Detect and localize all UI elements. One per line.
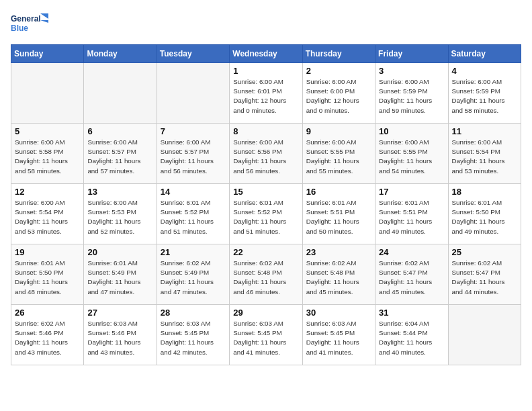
day-number: 17 bbox=[379, 187, 444, 197]
day-number: 28 bbox=[161, 308, 226, 318]
day-number: 13 bbox=[87, 187, 152, 197]
day-info: Sunrise: 6:03 AM Sunset: 5:46 PM Dayligh… bbox=[87, 319, 152, 357]
calendar-day-cell: 12Sunrise: 6:00 AM Sunset: 5:54 PM Dayli… bbox=[11, 184, 84, 244]
calendar-day-cell: 19Sunrise: 6:01 AM Sunset: 5:50 PM Dayli… bbox=[11, 244, 84, 305]
day-info: Sunrise: 6:01 AM Sunset: 5:50 PM Dayligh… bbox=[15, 259, 80, 297]
calendar-day-cell: 13Sunrise: 6:00 AM Sunset: 5:53 PM Dayli… bbox=[84, 184, 157, 244]
day-number: 10 bbox=[379, 126, 444, 136]
day-number: 31 bbox=[379, 308, 444, 318]
svg-marker-3 bbox=[40, 20, 48, 23]
day-info: Sunrise: 6:00 AM Sunset: 5:59 PM Dayligh… bbox=[379, 77, 444, 116]
calendar-day-cell bbox=[448, 305, 521, 365]
day-info: Sunrise: 6:00 AM Sunset: 5:59 PM Dayligh… bbox=[452, 77, 517, 116]
day-info: Sunrise: 6:03 AM Sunset: 5:45 PM Dayligh… bbox=[233, 319, 298, 357]
calendar-day-cell: 15Sunrise: 6:01 AM Sunset: 5:52 PM Dayli… bbox=[230, 184, 302, 244]
day-info: Sunrise: 6:02 AM Sunset: 5:49 PM Dayligh… bbox=[161, 259, 226, 297]
day-number: 12 bbox=[15, 187, 80, 197]
calendar-day-cell: 2Sunrise: 6:00 AM Sunset: 6:00 PM Daylig… bbox=[302, 63, 375, 124]
day-number: 4 bbox=[452, 66, 517, 76]
calendar-day-cell: 29Sunrise: 6:03 AM Sunset: 5:45 PM Dayli… bbox=[230, 305, 302, 365]
day-info: Sunrise: 6:02 AM Sunset: 5:46 PM Dayligh… bbox=[15, 319, 80, 357]
day-number: 29 bbox=[233, 308, 298, 318]
day-info: Sunrise: 6:01 AM Sunset: 5:51 PM Dayligh… bbox=[379, 198, 444, 236]
day-info: Sunrise: 6:00 AM Sunset: 5:57 PM Dayligh… bbox=[87, 138, 152, 176]
day-number: 26 bbox=[15, 308, 80, 318]
day-info: Sunrise: 6:02 AM Sunset: 5:47 PM Dayligh… bbox=[379, 259, 444, 297]
day-info: Sunrise: 6:03 AM Sunset: 5:45 PM Dayligh… bbox=[161, 319, 226, 357]
day-number: 21 bbox=[161, 247, 226, 257]
day-number: 2 bbox=[306, 66, 371, 76]
calendar-day-cell: 9Sunrise: 6:00 AM Sunset: 5:55 PM Daylig… bbox=[302, 124, 375, 184]
calendar-day-cell bbox=[11, 63, 84, 124]
calendar-day-cell: 28Sunrise: 6:03 AM Sunset: 5:45 PM Dayli… bbox=[157, 305, 229, 365]
calendar-day-cell: 1Sunrise: 6:00 AM Sunset: 6:01 PM Daylig… bbox=[230, 63, 302, 124]
day-number: 24 bbox=[379, 247, 444, 257]
calendar-day-cell: 16Sunrise: 6:01 AM Sunset: 5:51 PM Dayli… bbox=[302, 184, 375, 244]
day-info: Sunrise: 6:00 AM Sunset: 5:56 PM Dayligh… bbox=[233, 138, 298, 176]
day-number: 19 bbox=[15, 247, 80, 257]
calendar-day-cell: 26Sunrise: 6:02 AM Sunset: 5:46 PM Dayli… bbox=[11, 305, 84, 365]
calendar-day-cell: 6Sunrise: 6:00 AM Sunset: 5:57 PM Daylig… bbox=[84, 124, 157, 184]
calendar-day-cell: 20Sunrise: 6:01 AM Sunset: 5:49 PM Dayli… bbox=[84, 244, 157, 305]
day-number: 7 bbox=[161, 126, 226, 136]
day-info: Sunrise: 6:00 AM Sunset: 5:58 PM Dayligh… bbox=[15, 138, 80, 176]
calendar-day-cell: 7Sunrise: 6:00 AM Sunset: 5:57 PM Daylig… bbox=[157, 124, 229, 184]
weekday-header: Thursday bbox=[302, 45, 375, 63]
calendar-day-cell bbox=[157, 63, 229, 124]
day-number: 14 bbox=[161, 187, 226, 197]
weekday-header: Friday bbox=[375, 45, 448, 63]
calendar-day-cell bbox=[84, 63, 157, 124]
calendar-day-cell: 10Sunrise: 6:00 AM Sunset: 5:55 PM Dayli… bbox=[375, 124, 448, 184]
day-number: 8 bbox=[233, 126, 298, 136]
calendar-day-cell: 25Sunrise: 6:02 AM Sunset: 5:47 PM Dayli… bbox=[448, 244, 521, 305]
calendar-day-cell: 4Sunrise: 6:00 AM Sunset: 5:59 PM Daylig… bbox=[448, 63, 521, 124]
calendar-day-cell: 8Sunrise: 6:00 AM Sunset: 5:56 PM Daylig… bbox=[230, 124, 302, 184]
calendar-day-cell: 21Sunrise: 6:02 AM Sunset: 5:49 PM Dayli… bbox=[157, 244, 229, 305]
calendar-day-cell: 17Sunrise: 6:01 AM Sunset: 5:51 PM Dayli… bbox=[375, 184, 448, 244]
day-info: Sunrise: 6:00 AM Sunset: 5:54 PM Dayligh… bbox=[15, 198, 80, 236]
calendar-day-cell: 11Sunrise: 6:00 AM Sunset: 5:54 PM Dayli… bbox=[448, 124, 521, 184]
day-info: Sunrise: 6:00 AM Sunset: 5:53 PM Dayligh… bbox=[87, 198, 152, 236]
day-info: Sunrise: 6:02 AM Sunset: 5:48 PM Dayligh… bbox=[306, 259, 371, 297]
day-number: 9 bbox=[306, 126, 371, 136]
day-info: Sunrise: 6:00 AM Sunset: 6:00 PM Dayligh… bbox=[306, 77, 371, 116]
svg-text:Blue: Blue bbox=[11, 24, 28, 33]
day-number: 25 bbox=[452, 247, 517, 257]
weekday-header: Wednesday bbox=[230, 45, 302, 63]
weekday-header: Tuesday bbox=[157, 45, 229, 63]
day-info: Sunrise: 6:03 AM Sunset: 5:45 PM Dayligh… bbox=[306, 319, 371, 357]
calendar-day-cell: 31Sunrise: 6:04 AM Sunset: 5:44 PM Dayli… bbox=[375, 305, 448, 365]
day-info: Sunrise: 6:00 AM Sunset: 5:55 PM Dayligh… bbox=[379, 138, 444, 176]
calendar-week-row: 12Sunrise: 6:00 AM Sunset: 5:54 PM Dayli… bbox=[11, 184, 521, 244]
calendar-day-cell: 27Sunrise: 6:03 AM Sunset: 5:46 PM Dayli… bbox=[84, 305, 157, 365]
calendar-day-cell: 24Sunrise: 6:02 AM Sunset: 5:47 PM Dayli… bbox=[375, 244, 448, 305]
calendar-day-cell: 18Sunrise: 6:01 AM Sunset: 5:50 PM Dayli… bbox=[448, 184, 521, 244]
calendar-week-row: 19Sunrise: 6:01 AM Sunset: 5:50 PM Dayli… bbox=[11, 244, 521, 305]
svg-marker-2 bbox=[40, 13, 48, 19]
calendar-day-cell: 5Sunrise: 6:00 AM Sunset: 5:58 PM Daylig… bbox=[11, 124, 84, 184]
day-info: Sunrise: 6:02 AM Sunset: 5:47 PM Dayligh… bbox=[452, 259, 517, 297]
day-number: 18 bbox=[452, 187, 517, 197]
day-info: Sunrise: 6:00 AM Sunset: 5:54 PM Dayligh… bbox=[452, 138, 517, 176]
day-number: 20 bbox=[87, 247, 152, 257]
day-info: Sunrise: 6:01 AM Sunset: 5:52 PM Dayligh… bbox=[233, 198, 298, 236]
calendar-header-row: SundayMondayTuesdayWednesdayThursdayFrid… bbox=[11, 45, 521, 63]
day-number: 5 bbox=[15, 126, 80, 136]
day-info: Sunrise: 6:00 AM Sunset: 6:01 PM Dayligh… bbox=[233, 77, 298, 116]
svg-text:General: General bbox=[11, 14, 41, 24]
day-info: Sunrise: 6:01 AM Sunset: 5:49 PM Dayligh… bbox=[87, 259, 152, 297]
day-number: 23 bbox=[306, 247, 371, 257]
day-number: 22 bbox=[233, 247, 298, 257]
calendar-week-row: 5Sunrise: 6:00 AM Sunset: 5:58 PM Daylig… bbox=[11, 124, 521, 184]
calendar-table: SundayMondayTuesdayWednesdayThursdayFrid… bbox=[11, 44, 521, 365]
day-info: Sunrise: 6:01 AM Sunset: 5:50 PM Dayligh… bbox=[452, 198, 517, 236]
calendar-day-cell: 14Sunrise: 6:01 AM Sunset: 5:52 PM Dayli… bbox=[157, 184, 229, 244]
day-info: Sunrise: 6:01 AM Sunset: 5:51 PM Dayligh… bbox=[306, 198, 371, 236]
calendar-day-cell: 3Sunrise: 6:00 AM Sunset: 5:59 PM Daylig… bbox=[375, 63, 448, 124]
day-number: 6 bbox=[87, 126, 152, 136]
day-number: 3 bbox=[379, 66, 444, 76]
day-info: Sunrise: 6:00 AM Sunset: 5:55 PM Dayligh… bbox=[306, 138, 371, 176]
calendar-day-cell: 23Sunrise: 6:02 AM Sunset: 5:48 PM Dayli… bbox=[302, 244, 375, 305]
day-number: 15 bbox=[233, 187, 298, 197]
page-header: General Blue bbox=[11, 11, 521, 39]
